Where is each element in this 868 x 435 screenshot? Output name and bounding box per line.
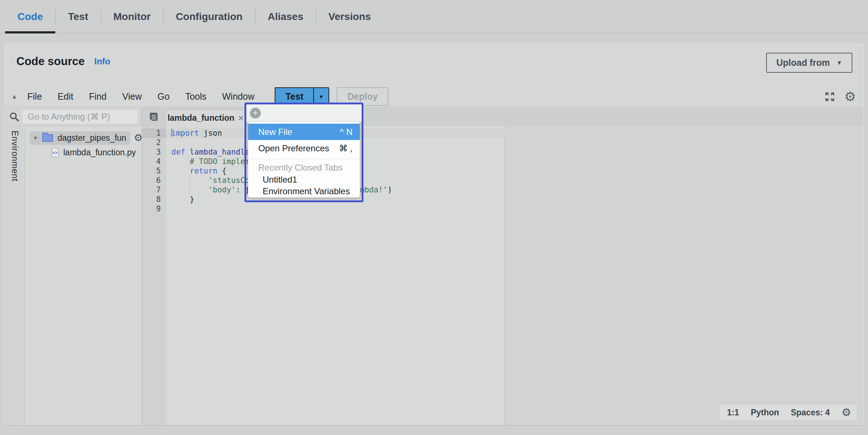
- goto-anything-input[interactable]: [23, 110, 138, 124]
- folder-label: dagster_pipes_funct: [57, 133, 126, 143]
- menu-view[interactable]: View: [122, 91, 142, 102]
- status-gear-icon[interactable]: ⚙: [841, 407, 851, 418]
- disclosure-down-icon[interactable]: ▼: [33, 135, 38, 141]
- svg-text:<>: <>: [52, 150, 57, 155]
- line-number: 3: [142, 147, 166, 157]
- page-title: Code source: [16, 55, 85, 68]
- menu-item-untitled1[interactable]: Untitled1: [248, 174, 360, 185]
- folder-dagster-pipes[interactable]: ▼ dagster_pipes_funct: [29, 131, 130, 145]
- search-icon: [9, 112, 19, 121]
- code-line-text: [166, 204, 171, 213]
- menu-edit[interactable]: Edit: [57, 91, 73, 102]
- new-tab-menu-panel: New File ^ N Open Preferences ⌘ , Recent…: [248, 122, 360, 197]
- file-label: lambda_function.py: [63, 148, 136, 157]
- menu-item-open-preferences[interactable]: Open Preferences ⌘ ,: [248, 140, 360, 156]
- tab-code[interactable]: Code: [5, 0, 55, 33]
- new-tab-dropdown: + New File ^ N Open Preferences ⌘ , Rece…: [244, 103, 363, 202]
- language-mode[interactable]: Python: [751, 408, 779, 418]
- file-explorer: Environment ▼ dagster_pipes_funct ⚙ ▾: [5, 107, 142, 425]
- ide-body: Environment ▼ dagster_pipes_funct ⚙ ▾: [5, 107, 863, 425]
- editor-menu-bar: ▲ File Edit Find View Go Tools Window Te…: [5, 86, 863, 107]
- tab-test[interactable]: Test: [56, 0, 101, 33]
- settings-gear-icon[interactable]: ⚙: [844, 90, 856, 103]
- menu-tools[interactable]: Tools: [185, 91, 206, 102]
- editor-tab-lambda-function[interactable]: lambda_function ×: [165, 109, 246, 126]
- tab-monitor[interactable]: Monitor: [101, 0, 163, 33]
- menu-list: File Edit Find View Go Tools Window: [27, 91, 254, 102]
- line-number: 9: [142, 204, 166, 213]
- code-line-text: }: [166, 195, 194, 204]
- code-line-text: [166, 138, 171, 147]
- menu-file[interactable]: File: [27, 91, 42, 102]
- function-tab-bar: Code Test Monitor Configuration Aliases …: [0, 0, 868, 33]
- menu-separator: [248, 159, 360, 159]
- menu-item-shortcut: ^ N: [340, 127, 353, 137]
- tab-aliases[interactable]: Aliases: [255, 0, 316, 33]
- editor-tab-title: lambda_function: [167, 113, 234, 123]
- chevron-down-icon: ▼: [836, 60, 842, 66]
- tab-list-icon[interactable]: [148, 112, 159, 121]
- line-number: 7: [142, 185, 166, 195]
- menu-item-label: New File: [258, 127, 292, 137]
- editor-status-bar: 1:1 Python Spaces: 4 ⚙: [719, 404, 857, 421]
- menu-window[interactable]: Window: [222, 91, 255, 102]
- menu-item-label: Open Preferences: [258, 143, 329, 153]
- menu-find[interactable]: Find: [89, 91, 107, 102]
- menu-item-new-file[interactable]: New File ^ N: [248, 124, 360, 140]
- indent-guide: [190, 176, 190, 195]
- lambda-code-editor-page: Code Test Monitor Configuration Aliases …: [0, 0, 868, 435]
- plus-icon[interactable]: +: [250, 108, 261, 119]
- line-number: 2: [142, 138, 166, 147]
- upload-from-button[interactable]: Upload from ▼: [766, 53, 852, 73]
- line-number: 8: [142, 195, 166, 204]
- new-tab-strip: +: [246, 104, 362, 122]
- line-number: 1: [142, 128, 166, 138]
- tab-versions[interactable]: Versions: [316, 0, 383, 33]
- menu-section-header: Recently Closed Tabs: [248, 161, 360, 174]
- code-line: 9: [142, 204, 863, 213]
- collapse-up-icon[interactable]: ▲: [11, 93, 24, 100]
- folder-icon: [42, 134, 53, 142]
- explorer-body: Environment ▼ dagster_pipes_funct ⚙ ▾: [5, 126, 142, 425]
- goto-anything-row: [5, 107, 142, 126]
- file-tree: ▼ dagster_pipes_funct ⚙ ▾: [25, 126, 142, 425]
- menu-go[interactable]: Go: [158, 91, 170, 102]
- fullscreen-icon[interactable]: [824, 91, 836, 103]
- code-line-text: return {: [166, 166, 227, 176]
- tab-configuration[interactable]: Configuration: [163, 0, 255, 33]
- line-number: 4: [142, 157, 166, 166]
- python-file-icon: <>: [51, 148, 59, 157]
- code-line-text: import json: [166, 128, 222, 138]
- cursor-position[interactable]: 1:1: [727, 408, 739, 418]
- gear-icon: ⚙: [134, 133, 143, 143]
- line-number: 5: [142, 166, 166, 176]
- toolbar-right-icons: ⚙: [824, 90, 856, 103]
- close-tab-icon[interactable]: ×: [238, 112, 243, 124]
- environment-strip: Environment: [5, 126, 25, 425]
- menu-item-environment-variables[interactable]: Environment Variables: [248, 185, 360, 197]
- line-number: 6: [142, 176, 166, 185]
- tree-row-folder: ▼ dagster_pipes_funct ⚙ ▾: [25, 131, 142, 145]
- environment-tab[interactable]: Environment: [10, 126, 20, 425]
- info-link[interactable]: Info: [94, 56, 110, 67]
- tree-row-lambda-function[interactable]: <> lambda_function.py: [25, 148, 142, 157]
- upload-from-label: Upload from: [776, 57, 830, 68]
- spaces-setting[interactable]: Spaces: 4: [791, 408, 830, 418]
- panel-header: Code source Info Upload from ▼: [5, 44, 863, 86]
- code-source-panel: Code source Info Upload from ▼ ▲ File Ed…: [4, 44, 864, 426]
- menu-item-shortcut: ⌘ ,: [339, 143, 353, 153]
